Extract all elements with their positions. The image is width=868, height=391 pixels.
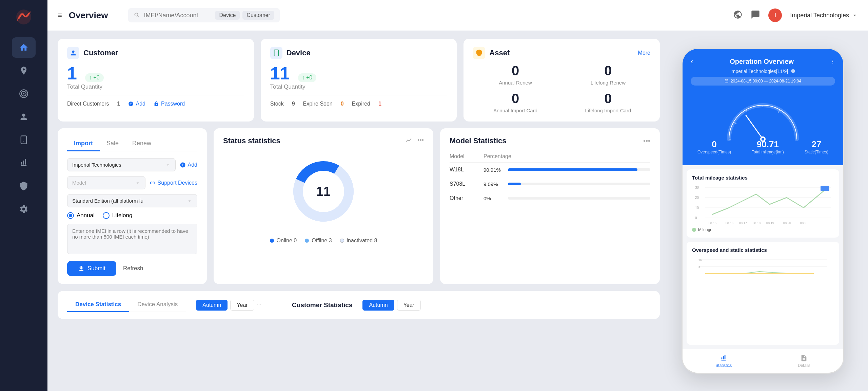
sidebar-item-location[interactable] (12, 60, 36, 81)
tab-device-stats[interactable]: Device Statistics (67, 298, 129, 312)
expire-soon-label: Expire Soon (303, 101, 333, 107)
notification-icon[interactable] (751, 10, 760, 21)
lifelong-radio[interactable]: Lifelong (103, 212, 133, 219)
edition-select[interactable]: Standard Edition (all platform fu (67, 194, 197, 207)
total-mileage-title: Total mileage statistics (692, 175, 834, 181)
phone-footer: Statistics Details (683, 349, 843, 373)
model-pct-cell: 90.91% (484, 163, 650, 177)
search-tag-device[interactable]: Device (215, 11, 240, 20)
submit-btn[interactable]: Submit (67, 261, 116, 276)
more-time-icon-left[interactable]: ... (257, 300, 261, 311)
svg-text:30: 30 (695, 186, 699, 189)
sidebar-item-user[interactable] (12, 107, 36, 127)
lifelong-renew-label: Lifelong Renew (566, 80, 650, 86)
device-quantity-row: 11 ↑ +0 (270, 64, 448, 82)
tab-sale[interactable]: Sale (100, 136, 125, 151)
globe-icon[interactable] (733, 10, 743, 21)
svg-rect-6 (274, 50, 278, 56)
user-menu[interactable]: Imperial Technologies (790, 12, 858, 19)
sidebar-item-target[interactable] (12, 83, 36, 104)
sidebar-logo (14, 7, 34, 27)
year-btn-right[interactable]: Year (397, 300, 421, 311)
sidebar-item-home[interactable] (12, 37, 36, 58)
svg-text:08-2: 08-2 (800, 221, 806, 225)
company-select[interactable]: Imperial Technologies (67, 158, 176, 171)
svg-rect-38 (821, 186, 829, 191)
search-icon (134, 12, 140, 19)
add-customer-btn[interactable]: Add (128, 101, 145, 107)
footer-tab-statistics[interactable]: Statistics (715, 354, 732, 368)
stock-label: Stock (270, 101, 284, 107)
more-dots-btn[interactable]: ••• (417, 137, 424, 145)
model-table-row: S708L 9.09% (450, 177, 650, 191)
customer-stats-title: Customer Statistics (292, 301, 352, 309)
asset-more-link[interactable]: More (638, 50, 650, 56)
phone-more-icon[interactable]: ⋮ (830, 59, 835, 64)
static-value: 27 (805, 139, 828, 150)
model-pct-cell: 9.09% (484, 177, 650, 191)
device-card: Device 11 ↑ +0 Total Quantity Stock 9 Ex… (261, 39, 457, 122)
model-section-header: Model Statistics ••• (450, 136, 650, 145)
search-tags: Device Customer (215, 11, 274, 20)
mileage-chart: 30 20 10 0 08-15 08-16 08-17 08-18 (692, 184, 834, 225)
password-btn[interactable]: Password (154, 101, 185, 107)
refresh-btn[interactable]: Refresh (123, 265, 143, 272)
back-icon[interactable]: ‹ (691, 57, 693, 66)
svg-text:08-20: 08-20 (783, 221, 791, 225)
customer-card-title: Customer (83, 49, 118, 57)
chevron-model-icon (135, 180, 140, 186)
mileage-label: Total mileage(km) (752, 150, 784, 154)
phone-nav: ‹ Operation Overview ⋮ (691, 57, 835, 66)
model-pct-cell: 0% (484, 191, 650, 205)
model-more-icon[interactable]: ••• (643, 137, 650, 145)
device-card-header: Device (270, 47, 448, 59)
svg-text:20: 20 (695, 196, 699, 200)
asset-card-header-row: Asset More (473, 47, 650, 59)
lifelong-import-label: Lifelong Import Card (566, 108, 650, 113)
chart-icon-btn[interactable] (405, 137, 412, 145)
phone-title: Operation Overview (730, 58, 794, 66)
sidebar-item-chart[interactable] (12, 153, 36, 173)
speedometer-svg (719, 95, 807, 143)
donut-chart-area: 11 (223, 151, 424, 232)
content-area: Customer 1 ↑ +0 Total Quantity Direct Cu… (47, 31, 868, 391)
customer-card-header: Customer (67, 47, 244, 59)
year-btn-left[interactable]: Year (230, 300, 254, 311)
date-range-text: 2024-08-15 00:00 — 2024-08-21 19:04 (731, 79, 801, 83)
imei-textarea[interactable] (67, 224, 197, 254)
model-select[interactable]: Model (67, 176, 145, 189)
status-icons: ••• (405, 137, 424, 145)
svg-point-3 (23, 93, 25, 95)
edition-row: Standard Edition (all platform fu (67, 194, 197, 207)
sidebar-item-device[interactable] (12, 130, 36, 150)
middle-row: Import Sale Renew Imperial Technologies … (58, 128, 660, 284)
lifelong-radio-dot (103, 212, 110, 219)
link-icon (150, 180, 156, 186)
tab-import[interactable]: Import (67, 136, 100, 151)
model-table-row: Other 0% (450, 191, 650, 205)
sidebar-item-shield[interactable] (12, 176, 36, 196)
chevron-down-icon (852, 12, 858, 18)
svg-rect-4 (21, 136, 26, 144)
model-table-row: W18L 90.91% (450, 163, 650, 177)
add-icon (180, 162, 186, 168)
annual-radio[interactable]: Annual (67, 212, 95, 219)
support-devices-link[interactable]: Support Devices (150, 180, 197, 186)
annual-import-item: 0 Annual Import Card (473, 91, 557, 113)
sidebar-item-settings[interactable] (12, 199, 36, 219)
settings-small-icon (791, 69, 795, 74)
mileage-legend-dot (692, 228, 696, 232)
action-row: Submit Refresh (67, 261, 197, 276)
footer-tab-details[interactable]: Details (798, 354, 810, 368)
search-tag-customer[interactable]: Customer (242, 11, 274, 20)
tab-renew[interactable]: Renew (125, 136, 158, 151)
autumn-btn-right[interactable]: Autumn (362, 300, 394, 311)
menu-icon[interactable]: ≡ (58, 11, 62, 20)
mileage-legend-label: Mileage (698, 227, 712, 232)
direct-customers-label: Direct Customers (67, 101, 109, 107)
search-input[interactable] (144, 12, 212, 19)
add-company-btn[interactable]: Add (180, 162, 197, 168)
autumn-btn-left[interactable]: Autumn (196, 300, 228, 311)
tab-device-analysis[interactable]: Device Analysis (129, 298, 186, 312)
annual-renew-item: 0 Annual Renew (473, 63, 557, 86)
